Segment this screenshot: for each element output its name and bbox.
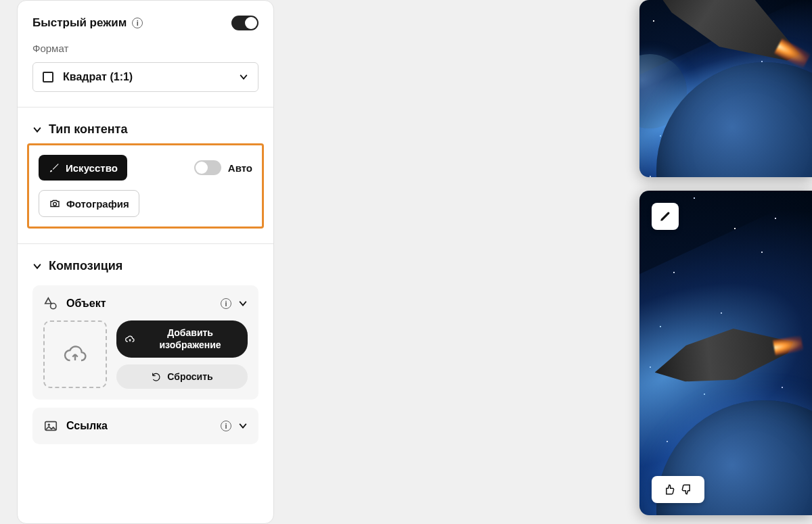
content-type-highlight: Искусство Авто Фотография <box>27 143 264 229</box>
settings-panel: Быстрый режим i Формат Квадрат (1:1) Тип… <box>17 0 274 524</box>
svg-point-1 <box>51 304 56 309</box>
image-icon <box>43 419 58 433</box>
upload-dropzone[interactable] <box>43 320 107 388</box>
reference-box: Ссылка i <box>32 408 258 444</box>
fast-mode-text: Быстрый режим <box>32 16 127 30</box>
auto-toggle-group: Авто <box>194 160 252 175</box>
reset-label: Сбросить <box>167 371 212 382</box>
format-select[interactable]: Квадрат (1:1) <box>32 62 258 92</box>
content-type-title: Тип контента <box>49 122 127 137</box>
divider <box>18 243 273 244</box>
art-label: Искусство <box>66 162 118 174</box>
svg-point-0 <box>53 202 57 206</box>
chevron-down-icon[interactable] <box>238 299 248 308</box>
content-type-header[interactable]: Тип контента <box>32 122 258 137</box>
fast-mode-row: Быстрый режим i <box>32 16 258 30</box>
square-icon <box>43 72 53 82</box>
auto-label: Авто <box>228 162 252 174</box>
camera-icon <box>49 197 61 210</box>
fast-mode-toggle[interactable] <box>231 16 258 30</box>
divider <box>18 107 273 108</box>
info-icon[interactable]: i <box>132 18 143 28</box>
result-image-1[interactable] <box>639 0 812 177</box>
chevron-down-icon <box>32 262 42 271</box>
brush-icon <box>48 162 60 174</box>
result-image-2[interactable] <box>639 191 812 515</box>
format-section-label: Формат <box>32 43 258 54</box>
info-icon[interactable]: i <box>221 421 231 431</box>
chevron-down-icon <box>239 72 248 82</box>
upload-cloud-icon <box>63 342 87 366</box>
composition-header[interactable]: Композиция <box>32 259 258 273</box>
fast-mode-label: Быстрый режим i <box>32 16 143 30</box>
chevron-down-icon <box>32 125 42 135</box>
info-icon[interactable]: i <box>221 298 231 309</box>
edit-button[interactable] <box>652 203 679 230</box>
reference-label: Ссылка <box>66 420 108 432</box>
thumbs-down-icon[interactable] <box>680 483 694 496</box>
reset-icon <box>151 371 162 382</box>
object-label: Объект <box>66 297 106 310</box>
photo-label: Фотография <box>66 198 129 210</box>
shapes-icon <box>43 296 58 311</box>
pencil-icon <box>659 210 671 222</box>
art-chip[interactable]: Искусство <box>39 155 127 181</box>
upload-cloud-icon <box>125 333 135 346</box>
photo-chip[interactable]: Фотография <box>39 190 139 217</box>
format-value: Квадрат (1:1) <box>63 71 133 83</box>
chevron-down-icon[interactable] <box>238 421 248 431</box>
add-image-button[interactable]: Добавить изображение <box>116 320 248 358</box>
vote-buttons <box>652 476 704 503</box>
add-image-label: Добавить изображение <box>141 327 240 351</box>
object-box: Объект i Добавить изображение Сбросить <box>32 285 258 400</box>
composition-title: Композиция <box>49 259 122 273</box>
thumbs-up-icon[interactable] <box>662 483 676 496</box>
auto-toggle[interactable] <box>194 160 221 175</box>
reset-button[interactable]: Сбросить <box>116 364 248 389</box>
svg-point-3 <box>48 424 50 426</box>
